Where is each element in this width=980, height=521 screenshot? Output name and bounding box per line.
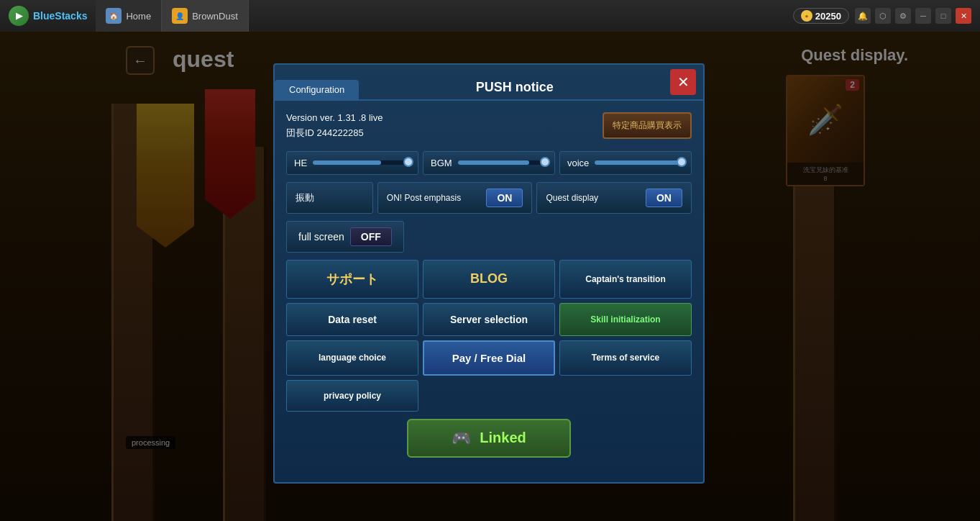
privacy-policy-button[interactable]: privacy policy xyxy=(286,380,418,412)
quest-display-toggle-label: Quest display xyxy=(546,193,640,203)
title-bar-right: ● 20250 🔔 ⬡ ⚙ ─ □ ✕ xyxy=(793,8,980,24)
voice-label: voice xyxy=(567,158,589,168)
share-icon[interactable]: ⬡ xyxy=(875,8,891,24)
bell-icon[interactable]: 🔔 xyxy=(855,8,871,24)
app-logo: ▶ BlueStacks xyxy=(0,6,96,26)
coins-display: ● 20250 xyxy=(793,8,849,24)
bgm-slider-box: BGM xyxy=(423,151,555,175)
pay-free-dial-button[interactable]: Pay / Free Dial xyxy=(423,340,555,376)
close-icon[interactable]: ✕ xyxy=(956,8,971,24)
modal-close-button[interactable]: ✕ xyxy=(670,69,696,95)
home-tab-label: Home xyxy=(126,11,151,22)
bgm-track xyxy=(458,160,547,165)
fullscreen-box: full screen OFF xyxy=(286,221,404,253)
minimize-icon[interactable]: ─ xyxy=(915,8,931,24)
settings-icon[interactable]: ⚙ xyxy=(895,8,911,24)
bgm-label: BGM xyxy=(431,158,452,168)
fullscreen-row: full screen OFF xyxy=(286,221,692,253)
server-selection-button[interactable]: Server selection xyxy=(423,303,555,336)
data-reset-button[interactable]: Data reset xyxy=(286,303,418,336)
settings-modal: Configuration PUSH notice ✕ Version ver.… xyxy=(273,63,705,484)
vibration-box: 振動 xyxy=(286,182,373,214)
empty-cell-2 xyxy=(559,380,692,412)
restore-icon[interactable]: □ xyxy=(935,8,951,24)
coin-icon: ● xyxy=(801,10,812,22)
voice-fill xyxy=(595,160,679,165)
vibration-label: 振動 xyxy=(296,191,314,204)
sliders-row: HE BGM voice xyxy=(286,151,692,175)
voice-thumb[interactable] xyxy=(677,157,687,167)
game-tab-icon: 👤 xyxy=(172,8,188,24)
action-buttons-grid: サポート BLOG Captain's transition Data rese… xyxy=(286,260,692,412)
linked-button[interactable]: 🎮 Linked xyxy=(407,419,570,458)
toggles-row-1: 振動 ON! Post emphasis ON Quest display ON xyxy=(286,182,692,214)
version-text: Version ver. 1.31 .8 live 団長ID 244222285 xyxy=(286,111,383,141)
terms-of-service-button[interactable]: Terms of service xyxy=(559,340,692,376)
he-label: HE xyxy=(294,158,307,168)
skill-initialization-button[interactable]: Skill initialization xyxy=(559,303,692,336)
title-bar: ▶ BlueStacks 🏠 Home 👤 BrownDust ● 20250 … xyxy=(0,0,980,32)
modal-body: Version ver. 1.31 .8 live 団長ID 244222285… xyxy=(275,101,703,468)
bgm-thumb[interactable] xyxy=(540,157,550,167)
quest-display-box: Quest display ON xyxy=(536,182,692,214)
voice-track xyxy=(595,160,684,165)
id-line: 団長ID 244222285 xyxy=(286,126,383,141)
toolbar-icons: 🔔 ⬡ ⚙ ─ □ ✕ xyxy=(855,8,971,24)
bluestacks-icon: ▶ xyxy=(9,6,29,26)
modal-title: PUSH notice xyxy=(359,73,670,99)
linked-row: 🎮 Linked xyxy=(286,419,692,458)
blog-button[interactable]: BLOG xyxy=(423,260,555,299)
he-thumb[interactable] xyxy=(403,157,413,167)
game-tab[interactable]: 👤 BrownDust xyxy=(162,0,249,32)
captains-transition-button[interactable]: Captain's transition xyxy=(559,260,692,299)
modal-tab-row: Configuration PUSH notice ✕ xyxy=(275,65,703,101)
version-line: Version ver. 1.31 .8 live xyxy=(286,111,383,126)
empty-cell-1 xyxy=(423,380,555,412)
post-emphasis-label: ON! Post emphasis xyxy=(387,193,481,203)
home-tab-icon: 🏠 xyxy=(106,8,122,24)
fullscreen-label: full screen xyxy=(298,231,344,243)
support-button[interactable]: サポート xyxy=(286,260,418,299)
special-products-button[interactable]: 特定商品購買表示 xyxy=(603,112,692,139)
configuration-tab[interactable]: Configuration xyxy=(275,80,359,99)
fullscreen-toggle[interactable]: OFF xyxy=(350,227,392,246)
he-track xyxy=(313,160,411,165)
game-background: ← quest Quest display. processing 2 🗡️ 洗… xyxy=(0,32,980,521)
he-fill xyxy=(313,160,381,165)
home-tab[interactable]: 🏠 Home xyxy=(96,0,162,32)
voice-slider-box: voice xyxy=(559,151,692,175)
linked-label: Linked xyxy=(480,430,526,446)
version-row: Version ver. 1.31 .8 live 団長ID 244222285… xyxy=(286,111,692,141)
he-slider-box: HE xyxy=(286,151,418,175)
language-choice-button[interactable]: language choice xyxy=(286,340,418,376)
quest-display-toggle[interactable]: ON xyxy=(646,189,682,207)
post-emphasis-box: ON! Post emphasis ON xyxy=(377,182,533,214)
app-name: BlueStacks xyxy=(33,10,87,22)
post-emphasis-toggle[interactable]: ON xyxy=(486,189,523,207)
gamepad-icon: 🎮 xyxy=(452,429,471,448)
coins-amount: 20250 xyxy=(815,11,841,22)
game-tab-label: BrownDust xyxy=(192,11,238,22)
bgm-fill xyxy=(458,160,530,165)
